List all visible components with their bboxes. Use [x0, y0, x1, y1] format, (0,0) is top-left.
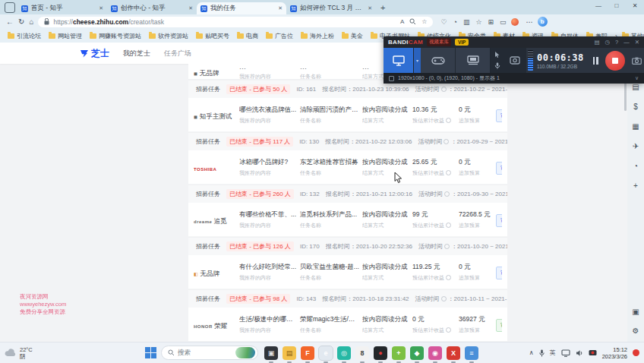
- shopping-icon[interactable]: $: [631, 102, 641, 112]
- history-icon[interactable]: ◔: [453, 18, 457, 26]
- tab-creator-center[interactable]: 知 创作中心 - 知乎 ✕: [107, 2, 197, 14]
- review-status-button[interactable]: 审核通过: [496, 267, 502, 279]
- file-explorer[interactable]: ▤: [283, 346, 296, 360]
- cursor-effect-icon[interactable]: [494, 52, 500, 58]
- bookmark-folder[interactable]: 海外上粉: [301, 32, 334, 40]
- mic-icon[interactable]: [539, 349, 545, 357]
- review-status-button[interactable]: 审核通过: [496, 162, 502, 175]
- customize-sidebar-icon[interactable]: ▣: [631, 307, 641, 317]
- nav-task-square[interactable]: 任务广场: [164, 49, 191, 58]
- recording-indicator-icon[interactable]: [633, 349, 639, 356]
- open-folder-icon[interactable]: ▤: [594, 39, 599, 46]
- tab-tcl-question[interactable]: 知 如何评价 TCL 3 月 21 日发布的 ✕: [286, 2, 376, 14]
- ime-indicator[interactable]: 英: [550, 349, 556, 357]
- read-aloud-icon[interactable]: A: [400, 18, 404, 25]
- notes-app[interactable]: ≡: [465, 346, 478, 360]
- tray-chevron-icon[interactable]: ∧: [529, 349, 534, 356]
- close-tab-icon[interactable]: ✕: [368, 5, 372, 11]
- bandicam-titlebar[interactable]: BANDICAM 视频素库 VIP ▤ ◷ ? — ✕: [384, 36, 644, 48]
- nav-my-zhishi[interactable]: 我的芝士: [123, 49, 150, 58]
- profile-avatar[interactable]: [511, 18, 519, 26]
- bandicam-tray-icon[interactable]: [589, 349, 597, 356]
- task-title[interactable]: 贝欧宝益生菌糖-超...: [300, 263, 360, 272]
- screen-recording-mode-button[interactable]: [384, 48, 414, 73]
- bookmark-folder[interactable]: 广告位: [266, 32, 293, 40]
- capture-region-text[interactable]: 1920x1080 - (0, 0), (1920, 1080) - 显示器 1: [398, 74, 500, 82]
- bookmark-folder[interactable]: 软件资源站: [149, 32, 188, 40]
- tab-actions-icon[interactable]: [5, 2, 15, 13]
- split-screen-icon[interactable]: ▥: [463, 18, 470, 26]
- bookmark-folder[interactable]: 美金: [342, 32, 363, 40]
- mode-dropdown-icon[interactable]: ▾: [414, 48, 421, 73]
- network-icon[interactable]: [561, 349, 570, 357]
- device-recording-mode-button[interactable]: [456, 48, 491, 73]
- green-app-2[interactable]: ◆: [410, 346, 424, 360]
- close-tab-icon[interactable]: ✕: [278, 5, 283, 11]
- tab-my-tasks[interactable]: 知 我的任务 ✕: [197, 2, 286, 14]
- bookmark-folder[interactable]: 电商: [237, 32, 258, 40]
- search-icon[interactable]: [409, 18, 416, 25]
- webcam-button[interactable]: [504, 48, 526, 73]
- maximize-button[interactable]: □: [608, 0, 626, 11]
- colorful-app[interactable]: ◉: [428, 346, 442, 360]
- collections-icon[interactable]: ⊞: [488, 18, 494, 26]
- task-title[interactable]: 荣耀magic3生活/极...: [300, 315, 360, 324]
- screenshot-button[interactable]: [629, 48, 644, 73]
- clock[interactable]: 15:12 2023/3/26: [602, 346, 627, 360]
- new-tab-button[interactable]: +: [380, 3, 385, 12]
- weather-widget[interactable]: 22°C阴: [5, 346, 145, 360]
- xshell[interactable]: X: [447, 346, 460, 360]
- zhishi-logo[interactable]: 芝士: [80, 47, 109, 60]
- favorites-bar-icon[interactable]: ☆: [475, 18, 481, 26]
- help-icon[interactable]: ?: [615, 39, 618, 46]
- pause-button[interactable]: [589, 48, 601, 73]
- photos-app[interactable]: ▣: [264, 346, 278, 360]
- refresh-icon[interactable]: ↻: [18, 17, 24, 26]
- drop-icon[interactable]: ✈: [631, 141, 641, 151]
- task-title[interactable]: 东芝冰箱推荐官招募: [300, 158, 360, 167]
- close-button[interactable]: ✕: [626, 0, 644, 11]
- game-recording-mode-button[interactable]: [421, 48, 456, 73]
- notifications-icon[interactable]: ◔: [631, 161, 641, 171]
- start-button[interactable]: [145, 347, 156, 358]
- heart-icon[interactable]: ♡: [440, 18, 447, 26]
- minimize-icon[interactable]: —: [623, 39, 630, 46]
- region-checkbox[interactable]: [389, 76, 394, 81]
- content-title[interactable]: 有哪些价格不菲、...: [239, 210, 298, 219]
- recorder-app[interactable]: ●: [374, 346, 387, 360]
- settings-icon[interactable]: ⚙: [631, 326, 641, 336]
- content-title[interactable]: 生活/极速中的哪个...: [239, 315, 298, 324]
- home-icon[interactable]: ⌂: [29, 17, 33, 26]
- light-app[interactable]: 8: [355, 346, 369, 360]
- review-status-button[interactable]: 审核通过: [496, 109, 502, 122]
- content-title[interactable]: 有什么好吃到经常...: [239, 263, 298, 272]
- review-status-button[interactable]: 审核中: [496, 319, 502, 332]
- back-icon[interactable]: ←: [6, 17, 14, 26]
- address-bar[interactable]: https://cheese.zhihu.com/creator/task A …: [38, 17, 433, 27]
- bing-chat-icon[interactable]: b: [538, 17, 548, 27]
- games-icon[interactable]: ▦: [631, 122, 641, 131]
- schedule-icon[interactable]: ◷: [605, 39, 610, 46]
- green-app[interactable]: +: [392, 346, 406, 360]
- promo-button[interactable]: 视频素库: [427, 38, 451, 46]
- chevron-down-icon[interactable]: ∨: [635, 75, 639, 81]
- edge[interactable]: e: [319, 346, 333, 360]
- task-title[interactable]: 清除顽固污渍的产品...: [300, 106, 360, 115]
- bookmark-folder[interactable]: 贴吧买号: [196, 32, 229, 40]
- tab-zhihu-home[interactable]: 知 首页 - 知乎 ✕: [17, 2, 107, 14]
- teal-app[interactable]: ◎: [337, 346, 351, 360]
- review-status-button[interactable]: 审核通过: [496, 214, 502, 227]
- stop-record-button[interactable]: [605, 51, 625, 71]
- close-icon[interactable]: ✕: [635, 39, 639, 46]
- add-sidebar-icon[interactable]: +: [631, 181, 641, 191]
- task-title[interactable]: 追觅科技系列产品...: [300, 210, 360, 219]
- content-title[interactable]: 冰箱哪个品牌好?: [239, 158, 298, 167]
- bookmark-folder[interactable]: 网站管理: [49, 32, 82, 40]
- close-tab-icon[interactable]: ✕: [188, 5, 193, 11]
- favorite-star-icon[interactable]: ☆: [421, 18, 427, 25]
- wallet-icon[interactable]: ▭: [500, 18, 507, 26]
- close-tab-icon[interactable]: ✕: [99, 5, 103, 11]
- bookmark-folder[interactable]: 网赚账号资源站: [90, 32, 141, 40]
- more-menu-icon[interactable]: ⋯: [526, 18, 533, 26]
- taskbar-search[interactable]: 搜索: [161, 346, 258, 360]
